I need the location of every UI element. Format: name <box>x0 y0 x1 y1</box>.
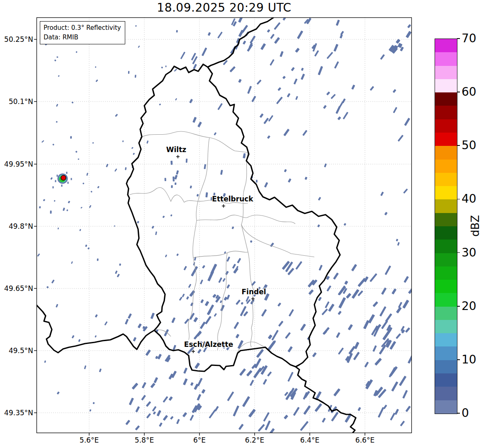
radar-echo <box>186 159 187 163</box>
radar-map-svg: WiltzEttelbruckFindelEsch/Alzette <box>0 0 491 448</box>
radar-site-speck <box>68 182 69 184</box>
radar-echo <box>173 177 175 182</box>
colorbar-tick <box>457 306 460 307</box>
colorbar-tick-label: 60 <box>462 86 476 98</box>
lat-tick-label: 50.25°N <box>0 35 33 44</box>
colorbar-tick <box>457 359 460 360</box>
colorbar-segment <box>435 79 457 92</box>
radar-site-speck <box>53 186 54 189</box>
colorbar-segment <box>435 373 457 387</box>
colorbar <box>435 39 457 414</box>
lon-tick-label: 5.6°E <box>80 436 99 444</box>
lat-tick-label: 49.5°N <box>0 346 33 355</box>
city-label: Findel <box>241 288 266 296</box>
lon-tick-label: 6.4°E <box>300 436 319 444</box>
colorbar-segment <box>435 333 457 346</box>
colorbar-segment <box>435 39 457 52</box>
colorbar-tick <box>457 199 460 200</box>
colorbar-segment <box>435 226 457 240</box>
map-background <box>36 17 412 433</box>
colorbar-segment <box>435 173 457 186</box>
radar-echo <box>78 158 79 160</box>
radar-site-speck <box>57 175 58 177</box>
colorbar-segment <box>435 307 457 320</box>
radar-echo <box>175 182 176 185</box>
radar-site-speck <box>66 172 68 174</box>
colorbar-segment <box>435 106 457 119</box>
radar-echo <box>135 75 136 77</box>
radar-echo <box>97 259 99 261</box>
lat-tick-label: 49.65°N <box>0 284 33 293</box>
colorbar-tick-label: 10 <box>462 354 476 366</box>
lon-tick-label: 5.8°E <box>135 436 154 444</box>
colorbar-segment <box>435 92 457 106</box>
colorbar-segment <box>435 119 457 133</box>
colorbar-segment <box>435 160 457 173</box>
lon-tick-label: 6.2°E <box>245 436 264 444</box>
colorbar-tick-label: 20 <box>462 300 476 312</box>
lon-tick-label: 6°E <box>193 436 206 444</box>
product-line: Product: 0.3° Reflectivity <box>44 23 121 33</box>
colorbar-segment <box>435 52 457 65</box>
radar-echo <box>165 65 167 67</box>
colorbar-segment <box>435 146 457 159</box>
radar-echo <box>165 178 166 181</box>
colorbar-tick-label: 70 <box>462 33 476 44</box>
lat-tick-label: 49.8°N <box>0 222 33 230</box>
radar-site-speck <box>61 185 63 187</box>
colorbar-segment <box>435 186 457 199</box>
colorbar-tick <box>457 92 460 92</box>
colorbar-segment <box>435 240 457 253</box>
radar-site-speck <box>71 178 72 180</box>
city-label: Wiltz <box>166 145 187 154</box>
lat-tick-label: 50.1°N <box>0 97 33 106</box>
city-label: Esch/Alzette <box>184 340 233 349</box>
colorbar-segment <box>435 266 457 280</box>
colorbar-segment <box>435 199 457 213</box>
colorbar-segment <box>435 360 457 373</box>
colorbar-segment <box>435 280 457 293</box>
radar-site-speck <box>55 180 56 182</box>
colorbar-segment <box>435 387 457 400</box>
colorbar-segment <box>435 346 457 360</box>
product-info-box: Product: 0.3° Reflectivity Data: RMIB <box>40 21 125 44</box>
city-label: Ettelbruck <box>212 195 253 203</box>
colorbar-tick <box>457 252 460 253</box>
colorbar-segment <box>435 213 457 226</box>
colorbar-segment <box>435 133 457 146</box>
colorbar-segment <box>435 320 457 333</box>
colorbar-tick-label: 50 <box>462 140 476 151</box>
lat-tick-label: 49.35°N <box>0 409 33 417</box>
data-source-line: Data: RMIB <box>44 33 121 42</box>
colorbar-segment <box>435 66 457 79</box>
colorbar-segment <box>435 253 457 266</box>
radar-site-ring <box>61 175 66 180</box>
colorbar-tick <box>457 145 460 146</box>
radar-echo <box>171 185 173 188</box>
lat-tick-label: 49.95°N <box>0 160 33 168</box>
radar-echo <box>176 30 178 33</box>
colorbar-tick <box>457 413 460 414</box>
radar-screenshot: 18.09.2025 20:29 UTC WiltzEttelbruckFind… <box>0 0 491 448</box>
colorbar-segment <box>435 293 457 306</box>
colorbar-segment <box>435 400 457 414</box>
colorbar-tick-label: 40 <box>462 193 476 205</box>
lon-tick-label: 6.6°E <box>355 436 374 444</box>
radar-echo <box>256 180 258 183</box>
colorbar-tick-label: 30 <box>462 247 476 259</box>
radar-echo <box>50 211 52 213</box>
colorbar-tick <box>457 38 460 39</box>
colorbar-unit-label: dBZ <box>469 215 481 237</box>
radar-echo <box>128 71 130 74</box>
radar-echo <box>170 161 173 165</box>
colorbar-tick-label: 0 <box>462 407 469 419</box>
radar-echo <box>70 136 72 138</box>
